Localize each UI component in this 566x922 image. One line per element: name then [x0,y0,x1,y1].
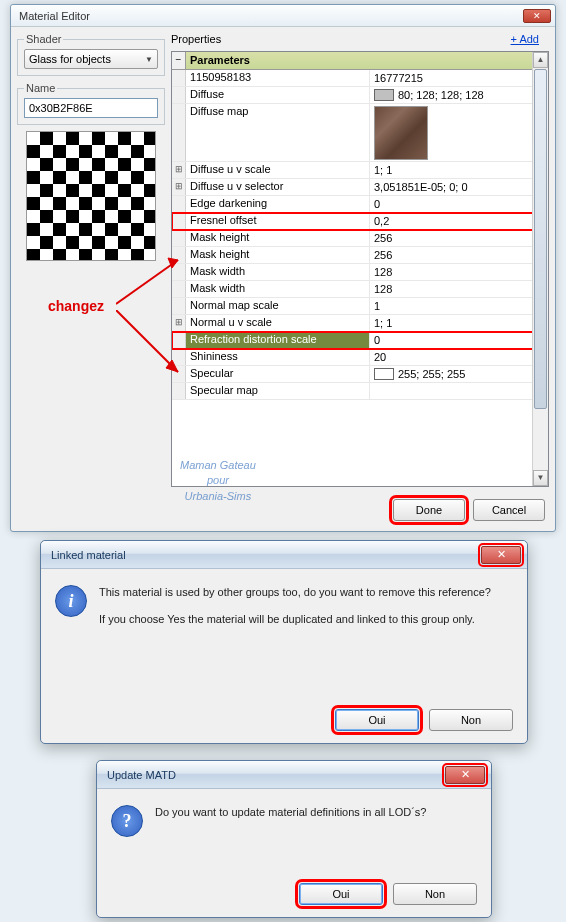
name-label: Name [24,82,57,94]
property-value[interactable] [370,383,548,399]
dialog-text: Do you want to update material definitio… [155,805,426,837]
shader-value: Glass for objects [29,53,111,65]
property-row[interactable]: Shininess20 [172,349,548,366]
expand-icon [172,213,186,229]
question-icon: ? [111,805,143,837]
property-value[interactable]: 128 [370,281,548,297]
property-value[interactable]: 0 [370,196,548,212]
property-value[interactable]: 1 [370,298,548,314]
name-input[interactable]: 0x30B2F86E [24,98,158,118]
property-name: Specular [186,366,370,382]
property-value[interactable]: 20 [370,349,548,365]
property-row[interactable]: Mask height256 [172,247,548,264]
material-preview [26,131,156,261]
property-row[interactable]: Diffuse map [172,104,548,162]
parameters-group-header[interactable]: − Parameters [172,52,548,70]
shader-dropdown[interactable]: Glass for objects ▼ [24,49,158,69]
texture-thumbnail [374,106,428,160]
expand-icon [172,383,186,399]
scroll-up-icon[interactable]: ▲ [533,52,548,68]
done-button[interactable]: Done [393,499,465,521]
properties-label: Properties [171,33,221,45]
property-value[interactable]: 80; 128; 128; 128 [370,87,548,103]
window-title: Material Editor [15,10,523,22]
property-row[interactable]: Refraction distortion scale0 [172,332,548,349]
property-row[interactable]: Normal map scale1 [172,298,548,315]
close-icon[interactable]: ✕ [445,766,485,784]
no-button[interactable]: Non [393,883,477,905]
add-link[interactable]: + Add [511,33,539,45]
property-value[interactable]: 256 [370,230,548,246]
property-value[interactable]: 256 [370,247,548,263]
arrow-icon [116,310,186,380]
property-row[interactable]: ⊞Diffuse u v selector3,051851E-05; 0; 0 [172,179,548,196]
property-name: Diffuse u v selector [186,179,370,195]
expand-icon [172,87,186,103]
property-value[interactable]: 3,051851E-05; 0; 0 [370,179,548,195]
property-row[interactable]: ⊞Diffuse u v scale1; 1 [172,162,548,179]
close-icon[interactable]: ✕ [481,546,521,564]
property-name: Mask height [186,230,370,246]
property-name: Diffuse [186,87,370,103]
name-group: Name 0x30B2F86E [17,82,165,125]
expand-icon[interactable]: ⊞ [172,162,186,178]
dialog-text: This material is used by other groups to… [99,585,491,640]
expand-icon [172,196,186,212]
cancel-button[interactable]: Cancel [473,499,545,521]
property-name: Fresnel offset [186,213,370,229]
property-row[interactable]: Mask width128 [172,264,548,281]
property-row[interactable]: Fresnel offset0,2 [172,213,548,230]
property-value[interactable]: 128 [370,264,548,280]
property-row[interactable]: 115095818316777215 [172,70,548,87]
property-row[interactable]: Mask width128 [172,281,548,298]
property-row[interactable]: Edge darkening0 [172,196,548,213]
scroll-thumb[interactable] [534,69,547,409]
dialog-title: Linked material [51,549,481,561]
material-editor-window: Material Editor ✕ Shader Glass for objec… [10,4,556,532]
property-name: Normal u v scale [186,315,370,331]
expand-icon[interactable]: ⊞ [172,179,186,195]
dialog-titlebar[interactable]: Update MATD ✕ [97,761,491,789]
linked-material-dialog: Linked material ✕ i This material is use… [40,540,528,744]
property-grid: − Parameters 115095818316777215Diffuse80… [171,51,549,487]
group-label: Parameters [186,52,548,69]
property-value[interactable]: 1; 1 [370,162,548,178]
collapse-icon[interactable]: − [172,52,186,69]
update-matd-dialog: Update MATD ✕ ? Do you want to update ma… [96,760,492,918]
property-name: Diffuse map [186,104,370,161]
shader-group: Shader Glass for objects ▼ [17,33,165,76]
titlebar[interactable]: Material Editor ✕ [11,5,555,27]
expand-icon [172,104,186,161]
svg-line-0 [116,260,178,304]
property-name: Mask height [186,247,370,263]
property-name: Normal map scale [186,298,370,314]
property-name: Mask width [186,264,370,280]
dialog-title: Update MATD [107,769,445,781]
yes-button[interactable]: Oui [335,709,419,731]
property-value[interactable]: 0 [370,332,548,348]
property-row[interactable]: Specular255; 255; 255 [172,366,548,383]
property-row[interactable]: Specular map [172,383,548,400]
property-name: 1150958183 [186,70,370,86]
shader-label: Shader [24,33,63,45]
no-button[interactable]: Non [429,709,513,731]
close-icon[interactable]: ✕ [523,9,551,23]
scroll-down-icon[interactable]: ▼ [533,470,548,486]
property-row[interactable]: Diffuse80; 128; 128; 128 [172,87,548,104]
property-row[interactable]: Mask height256 [172,230,548,247]
arrow-icon [116,254,186,314]
property-value[interactable]: 0,2 [370,213,548,229]
dialog-titlebar[interactable]: Linked material ✕ [41,541,527,569]
color-swatch [374,368,394,380]
scrollbar[interactable]: ▲ ▼ [532,52,548,486]
property-name: Edge darkening [186,196,370,212]
property-value[interactable]: 16777215 [370,70,548,86]
property-value[interactable]: 255; 255; 255 [370,366,548,382]
property-name: Refraction distortion scale [186,332,370,348]
property-value[interactable]: 1; 1 [370,315,548,331]
property-value[interactable] [370,104,548,161]
property-row[interactable]: ⊞Normal u v scale1; 1 [172,315,548,332]
yes-button[interactable]: Oui [299,883,383,905]
color-swatch [374,89,394,101]
property-name: Mask width [186,281,370,297]
